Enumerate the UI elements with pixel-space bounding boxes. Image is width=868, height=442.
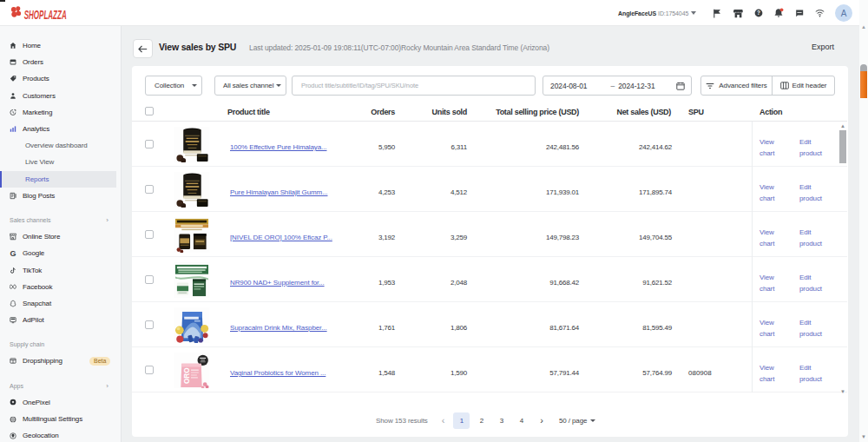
svg-text:ORO: ORO (182, 367, 191, 384)
svg-text:?: ? (757, 10, 760, 16)
svg-text:SHOPLAZZA: SHOPLAZZA (24, 7, 67, 22)
